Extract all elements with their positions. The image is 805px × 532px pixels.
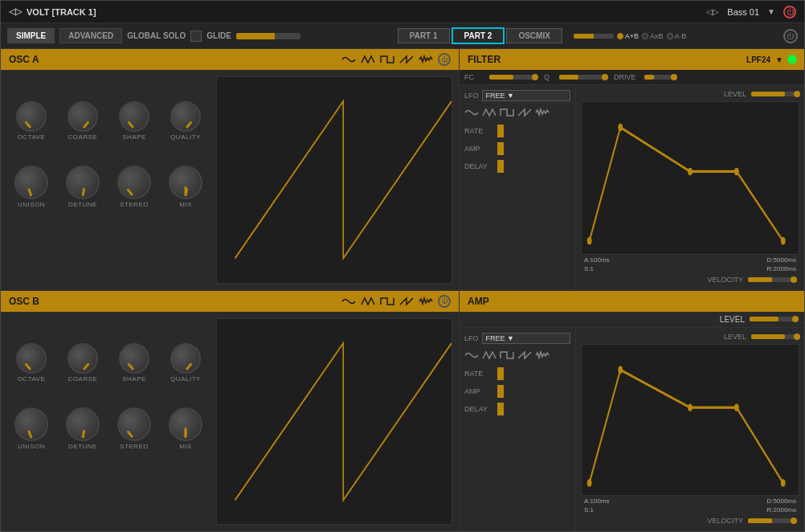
shape-knob-b[interactable] xyxy=(119,343,149,374)
left-panel: OSC A xyxy=(1,49,459,531)
amp-amp-bar[interactable] xyxy=(497,385,504,398)
amp-header: AMP xyxy=(460,291,804,312)
wave-sawtooth-icon-b[interactable] xyxy=(399,297,414,306)
global-solo-checkbox[interactable] xyxy=(190,31,202,42)
filter-level-slider[interactable] xyxy=(751,92,799,96)
main-power-button[interactable]: ⏻ xyxy=(783,29,798,43)
glide-label: GLIDE xyxy=(206,31,231,40)
part2-tab[interactable]: PART 2 xyxy=(452,27,505,44)
lfo-sine-icon[interactable] xyxy=(464,108,479,117)
filter-rate-bar[interactable] xyxy=(497,125,504,137)
lfo-noise-icon[interactable] xyxy=(535,108,550,117)
osc-a-section: OSC A xyxy=(1,49,459,291)
amp-level-slider[interactable] xyxy=(751,334,799,339)
simple-tab[interactable]: SIMPLE xyxy=(7,28,55,43)
knob-quality-a: QUALITY xyxy=(161,76,210,141)
wave-square-icon-a[interactable] xyxy=(380,55,394,64)
amp-env-labels: A:100ms D:5000ms xyxy=(581,496,799,506)
mix-adotb[interactable]: A·B xyxy=(667,32,687,40)
filter-params-top: FC Q DRIVE xyxy=(460,70,804,85)
octave-knob-a[interactable] xyxy=(16,101,47,132)
amp-lfo-select[interactable]: FREE ▼ xyxy=(482,333,570,344)
filter-amp-bar[interactable] xyxy=(497,142,504,155)
svg-point-6 xyxy=(618,366,623,373)
knob-shape-a: SHAPE xyxy=(110,76,158,141)
filter-release-value: R:2000ms xyxy=(767,265,796,272)
q-slider[interactable] xyxy=(559,75,607,80)
detune-knob-b[interactable] xyxy=(66,407,100,441)
amp-attack-value: A:100ms xyxy=(584,497,610,505)
amp-release-value: R:2000ms xyxy=(767,506,796,514)
lfo-triangle-icon[interactable] xyxy=(482,108,496,117)
knob-unison-b: UNISON xyxy=(7,386,55,450)
quality-knob-b[interactable] xyxy=(170,343,201,374)
mix-knob-b[interactable] xyxy=(169,407,202,441)
knob-stereo-a: STEREO xyxy=(110,144,158,208)
wave-square-icon-b[interactable] xyxy=(380,297,394,306)
glide-slider[interactable] xyxy=(236,33,300,39)
filter-delay-bar[interactable] xyxy=(497,160,504,173)
amp-level-label-top: LEVEL xyxy=(720,315,745,324)
unison-knob-a[interactable] xyxy=(14,166,48,199)
amp-lfo-sine-icon[interactable] xyxy=(464,350,479,360)
wave-sawtooth-icon-a[interactable] xyxy=(399,55,414,64)
wave-sine-icon-a[interactable] xyxy=(341,55,356,64)
mix-knob-a[interactable] xyxy=(169,166,202,199)
coarse-knob-b[interactable] xyxy=(67,343,98,374)
osc-b-waveform xyxy=(217,319,452,525)
osc-a-power[interactable]: ⏻ xyxy=(438,53,451,66)
amp-lfo-noise-icon[interactable] xyxy=(535,350,550,360)
amp-lfo-triangle-icon[interactable] xyxy=(482,350,496,360)
wave-noise-icon-b[interactable] xyxy=(419,297,433,306)
lfo-square-icon[interactable] xyxy=(500,108,514,117)
quality-knob-a[interactable] xyxy=(170,101,201,132)
title-bar: ◁▷ VOLT [TRACK 1] ◁▷ Bass 01 ▼ ⏻ xyxy=(1,1,804,23)
drive-slider[interactable] xyxy=(644,75,676,80)
amp-lfo-row: LFO FREE ▼ xyxy=(464,333,570,344)
lfo-sawtooth-icon[interactable] xyxy=(517,108,532,117)
wave-noise-icon-a[interactable] xyxy=(419,55,433,64)
mix-options: A+B AxB A·B xyxy=(574,32,686,40)
amp-lfo-sawtooth-icon[interactable] xyxy=(517,350,532,360)
main-container: ◁▷ VOLT [TRACK 1] ◁▷ Bass 01 ▼ ⏻ SIMPLE … xyxy=(0,0,805,532)
stereo-knob-b[interactable] xyxy=(117,407,151,441)
part1-tab[interactable]: PART 1 xyxy=(398,28,450,43)
amp-delay-bar[interactable] xyxy=(497,403,504,415)
svg-point-3 xyxy=(734,168,739,175)
advanced-tab[interactable]: ADVANCED xyxy=(59,28,122,43)
dropdown-arrow-icon[interactable]: ▼ xyxy=(767,7,775,16)
osc-b-power[interactable]: ⏻ xyxy=(438,295,451,308)
power-button[interactable]: ⏻ xyxy=(783,6,796,18)
osc-a-header: OSC A xyxy=(1,49,459,70)
unison-knob-b[interactable] xyxy=(14,407,48,441)
detune-knob-a[interactable] xyxy=(66,166,100,199)
mix-atimesb[interactable]: AxB xyxy=(642,32,664,40)
amp-rate-bar[interactable] xyxy=(497,367,504,380)
filter-lfo-select[interactable]: FREE ▼ xyxy=(482,90,570,101)
filter-rate-row: RATE xyxy=(464,124,570,138)
stereo-knob-a[interactable] xyxy=(117,166,151,199)
amp-level-slider-top[interactable] xyxy=(750,317,798,321)
wave-triangle-icon-a[interactable] xyxy=(361,55,375,64)
wave-sine-icon-b[interactable] xyxy=(341,297,356,306)
filter-dropdown-icon[interactable]: ▼ xyxy=(775,55,783,64)
octave-knob-b[interactable] xyxy=(16,343,47,374)
amp-rate-row: RATE xyxy=(464,366,570,381)
mix-level-slider[interactable] xyxy=(574,34,614,39)
mix-aplusb[interactable]: A+B xyxy=(617,32,639,40)
amp-velocity-slider[interactable] xyxy=(748,518,796,523)
amp-level-top-row: LEVEL xyxy=(460,312,804,328)
wave-triangle-icon-b[interactable] xyxy=(361,297,375,306)
fc-param: FC xyxy=(464,73,537,81)
oscmix-tab[interactable]: OSCMIX xyxy=(506,28,562,43)
shape-knob-a[interactable] xyxy=(119,101,149,132)
osc-a-waveform-display xyxy=(216,76,452,284)
fc-slider[interactable] xyxy=(489,75,537,80)
amp-title: AMP xyxy=(468,296,489,307)
filter-velocity-slider[interactable] xyxy=(748,277,796,282)
filter-envelope-svg xyxy=(582,102,799,254)
amp-lfo-square-icon[interactable] xyxy=(500,350,514,360)
amp-level-dot xyxy=(794,334,800,340)
coarse-knob-a[interactable] xyxy=(67,101,98,132)
filter-level-label: LEVEL xyxy=(724,90,746,98)
